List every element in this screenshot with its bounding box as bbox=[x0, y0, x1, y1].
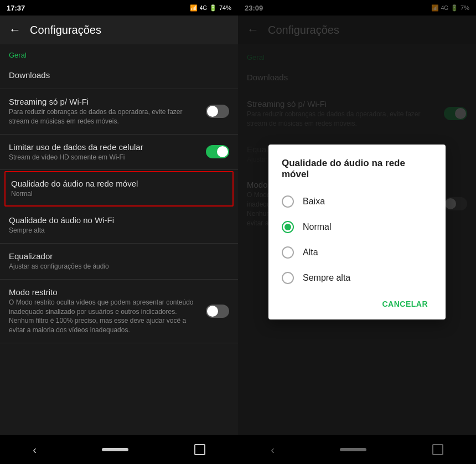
radio-normal-inner bbox=[284, 224, 291, 230]
left-item-streaming-wifi[interactable]: Streaming só p/ Wi-Fi Para reduzir cobra… bbox=[0, 89, 238, 135]
left-item-limitar-dados[interactable]: Limitar uso de dados da rede celular Str… bbox=[0, 135, 238, 171]
left-nav-back[interactable]: ‹ bbox=[33, 444, 37, 456]
left-topbar: ← Configurações bbox=[0, 16, 238, 44]
left-section-geral: Geral bbox=[0, 44, 238, 63]
left-toggle-limitar[interactable] bbox=[206, 145, 229, 158]
left-panel: 17:37 📶 4G 🔋 74% ← Configurações Geral D… bbox=[0, 0, 238, 464]
left-item-modo-restrito[interactable]: Modo restrito O Modo restrito oculta víd… bbox=[0, 280, 238, 343]
dialog-label-alta: Alta bbox=[303, 248, 318, 257]
dialog-option-baixa[interactable]: Baixa bbox=[273, 189, 441, 214]
left-nav-home[interactable] bbox=[102, 448, 128, 451]
left-back-button[interactable]: ← bbox=[9, 23, 21, 37]
left-title: Configurações bbox=[30, 24, 101, 37]
left-toggle-modo-restrito[interactable] bbox=[206, 305, 229, 318]
radio-alta[interactable] bbox=[282, 246, 294, 259]
left-bottom-nav: ‹ bbox=[0, 435, 238, 464]
right-panel: 23:09 📶 4G 🔋 7% ← Configurações Geral Do… bbox=[238, 0, 476, 464]
dialog-option-alta[interactable]: Alta bbox=[273, 240, 441, 265]
dialog-overlay: Qualidade do áudio na rede móvel Baixa N… bbox=[238, 0, 476, 464]
radio-normal[interactable] bbox=[282, 221, 294, 233]
dialog-cancel-button[interactable]: CANCELAR bbox=[373, 295, 437, 313]
left-time: 17:37 bbox=[7, 4, 25, 12]
left-settings-content: Geral Downloads Streaming só p/ Wi-Fi Pa… bbox=[0, 44, 238, 435]
left-nav-recent[interactable] bbox=[194, 444, 205, 455]
radio-baixa[interactable] bbox=[282, 195, 294, 208]
radio-sempre-alta[interactable] bbox=[282, 272, 294, 284]
dialog-option-normal[interactable]: Normal bbox=[273, 214, 441, 240]
dialog-option-sempre-alta[interactable]: Sempre alta bbox=[273, 265, 441, 291]
left-item-qualidade-wifi[interactable]: Qualidade do áudio no Wi-Fi Sempre alta bbox=[0, 208, 238, 244]
dialog-actions: CANCELAR bbox=[273, 291, 441, 315]
audio-quality-dialog: Qualidade do áudio na rede móvel Baixa N… bbox=[268, 145, 446, 319]
left-status-bar: 17:37 📶 4G 🔋 74% bbox=[0, 0, 238, 16]
left-item-equalizador[interactable]: Equalizador Ajustar as configurações de … bbox=[0, 244, 238, 280]
left-status-icons: 📶 4G 🔋 74% bbox=[190, 4, 231, 12]
dialog-title: Qualidade do áudio na rede móvel bbox=[273, 158, 441, 189]
dialog-label-baixa: Baixa bbox=[303, 197, 325, 207]
dialog-label-normal: Normal bbox=[303, 222, 332, 232]
left-item-qualidade-movel[interactable]: Qualidade do áudio na rede móvel Normal bbox=[4, 171, 234, 207]
dialog-label-sempre-alta: Sempre alta bbox=[303, 273, 350, 283]
left-toggle-streaming[interactable] bbox=[206, 105, 229, 118]
left-item-downloads[interactable]: Downloads bbox=[0, 63, 238, 89]
